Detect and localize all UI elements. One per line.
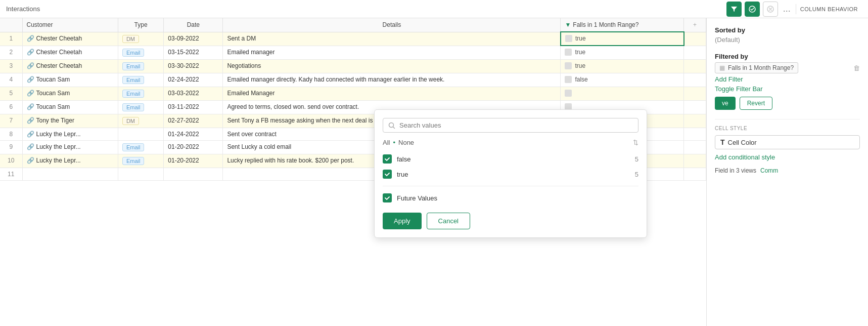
falls-cell: false — [561, 73, 684, 87]
date-cell — [164, 168, 223, 180]
cell-color-button[interactable]: T Cell Color — [715, 135, 860, 149]
sort-icon[interactable]: ⇅ — [633, 139, 638, 146]
falls-cell: true — [561, 46, 684, 59]
details-cell: Negotiations — [223, 59, 561, 73]
customer-cell: 🔗Lucky the Lepr... — [22, 140, 118, 154]
customer-cell: 🔗Chester Cheetah — [22, 32, 118, 46]
link-icon: 🔗 — [27, 90, 34, 97]
apply-button[interactable]: Apply — [383, 213, 422, 229]
filtered-by-section: Filtered by ▦ Falls in 1 Month Range? 🗑 … — [715, 53, 860, 110]
option-false-label: false — [397, 155, 410, 163]
bool-cell: false — [565, 76, 679, 83]
cell-color-label: Cell Color — [728, 139, 757, 146]
none-label[interactable]: None — [398, 139, 414, 146]
falls-header-content: ▼ Falls in 1 Month Range? — [565, 21, 679, 28]
add-filter-link[interactable]: Add Filter — [715, 75, 860, 83]
column-behavior-tab[interactable]: COLUMN BEHAVIOR — [796, 4, 862, 14]
type-cell: Email — [118, 73, 163, 87]
delete-filter-icon[interactable]: 🗑 — [853, 64, 860, 72]
revert-button[interactable]: Revert — [740, 97, 772, 110]
bool-icon — [565, 49, 572, 56]
bool-cell: true — [565, 49, 679, 56]
customer-col-header[interactable]: Customer — [22, 18, 118, 32]
add-conditional-style-link[interactable]: Add conditional style — [715, 153, 860, 161]
toggle-filter-link[interactable]: Toggle Filter Bar — [715, 85, 860, 93]
checkbox-false[interactable] — [383, 154, 392, 164]
bool-cell — [565, 90, 679, 97]
row-number: 2 — [0, 46, 22, 59]
plus-col-cell — [684, 128, 706, 140]
filter-divider — [383, 186, 638, 186]
bool-icon — [565, 90, 572, 97]
link-icon: 🔗 — [27, 103, 34, 110]
plus-col-cell — [684, 73, 706, 87]
plus-col-cell — [684, 154, 706, 168]
type-badge: Email — [122, 103, 145, 111]
type-cell: Email — [118, 154, 163, 168]
table-row: 3🔗Chester CheetahEmail03-30-2022Negotiat… — [0, 59, 706, 73]
filter-search-input[interactable] — [399, 121, 633, 129]
close-icon-btn[interactable] — [763, 2, 778, 17]
comm-label[interactable]: Comm — [760, 167, 778, 174]
bool-cell: true — [565, 35, 679, 42]
date-cell: 01-20-2022 — [164, 140, 223, 154]
customer-cell: 🔗Tony the Tiger — [22, 114, 118, 128]
falls-cell: true — [561, 32, 684, 46]
link-icon: 🔗 — [27, 131, 34, 138]
filtered-by-label: Filtered by — [715, 53, 860, 60]
date-cell: 03-30-2022 — [164, 59, 223, 73]
link-icon: 🔗 — [27, 157, 34, 164]
type-cell: Email — [118, 59, 163, 73]
type-badge: Email — [122, 49, 145, 57]
row-number: 8 — [0, 128, 22, 140]
filter-option-false[interactable]: false 5 — [383, 151, 638, 167]
filter-chip[interactable]: ▦ Falls in 1 Month Range? — [715, 62, 798, 73]
save-button[interactable]: ve — [715, 97, 736, 110]
link-icon: 🔗 — [27, 143, 34, 150]
link-icon: 🔗 — [27, 49, 34, 56]
all-label[interactable]: All — [383, 139, 390, 146]
filter-action-buttons: Apply Cancel — [383, 213, 638, 229]
customer-cell: 🔗Toucan Sam — [22, 87, 118, 100]
details-col-header[interactable]: Details — [223, 18, 561, 32]
customer-cell: 🔗Chester Cheetah — [22, 59, 118, 73]
filter-icon-btn[interactable] — [726, 2, 742, 17]
falls-col-header[interactable]: ▼ Falls in 1 Month Range? — [561, 18, 684, 32]
plus-col-cell — [684, 59, 706, 73]
add-col-header[interactable]: + — [684, 18, 706, 32]
filter-search-row — [383, 118, 638, 133]
table-row: 5🔗Toucan SamEmail03-03-2022Emailed Manag… — [0, 87, 706, 100]
row-number: 5 — [0, 87, 22, 100]
date-cell: 03-11-2022 — [164, 100, 223, 114]
date-col-header[interactable]: Date — [164, 18, 223, 32]
row-number: 7 — [0, 114, 22, 128]
filter-chip-row: ▦ Falls in 1 Month Range? 🗑 — [715, 62, 860, 73]
confirm-icon-btn[interactable] — [745, 2, 760, 17]
date-cell: 01-24-2022 — [164, 128, 223, 140]
plus-col-cell — [684, 114, 706, 128]
search-icon — [388, 122, 395, 129]
row-number: 9 — [0, 140, 22, 154]
dot-separator: • — [393, 139, 395, 146]
filter-funnel-icon: ▼ — [565, 21, 571, 28]
customer-cell: 🔗Lucky the Lepr... — [22, 154, 118, 168]
checkbox-future[interactable] — [383, 193, 392, 202]
filter-all-none-row: All • None ⇅ — [383, 139, 638, 146]
cancel-button[interactable]: Cancel — [427, 213, 470, 229]
row-number: 3 — [0, 59, 22, 73]
customer-cell: 🔗Lucky the Lepr... — [22, 128, 118, 140]
type-cell: Email — [118, 46, 163, 59]
plus-col-cell — [684, 32, 706, 46]
more-options-btn[interactable]: ... — [781, 4, 793, 14]
details-cell: Emailed Manager — [223, 87, 561, 100]
row-number: 6 — [0, 100, 22, 114]
link-icon: 🔗 — [27, 76, 34, 83]
cell-style-label: CELL STYLE — [715, 126, 860, 131]
type-col-header[interactable]: Type — [118, 18, 163, 32]
plus-col-cell — [684, 140, 706, 154]
type-badge: Email — [122, 157, 145, 165]
filter-option-true[interactable]: true 5 — [383, 167, 638, 182]
checkbox-true[interactable] — [383, 170, 392, 179]
type-cell: Email — [118, 87, 163, 100]
date-cell: 03-03-2022 — [164, 87, 223, 100]
